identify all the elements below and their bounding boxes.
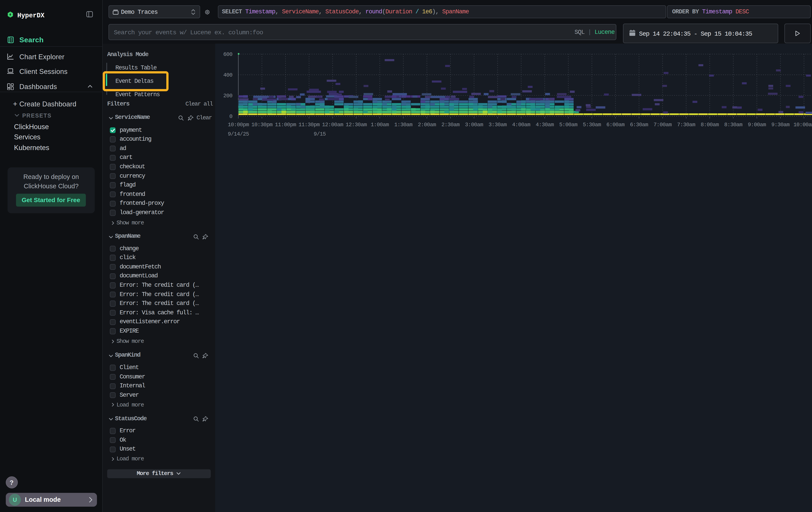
svg-text:12:00am: 12:00am [322, 122, 343, 128]
svg-text:5:30am: 5:30am [583, 122, 601, 128]
svg-text:9/15: 9/15 [314, 131, 326, 137]
svg-text:200: 200 [223, 93, 232, 99]
svg-text:9/14/25: 9/14/25 [228, 131, 249, 137]
svg-text:6:00am: 6:00am [606, 122, 625, 128]
svg-text:10:00am: 10:00am [793, 122, 812, 128]
svg-text:7:30am: 7:30am [677, 122, 695, 128]
svg-text:9:00am: 9:00am [748, 122, 766, 128]
svg-text:11:00pm: 11:00pm [275, 122, 296, 128]
svg-text:0: 0 [229, 113, 232, 119]
svg-text:1:00am: 1:00am [371, 122, 389, 128]
svg-text:10:00pm: 10:00pm [228, 122, 249, 128]
svg-text:7:00am: 7:00am [654, 122, 672, 128]
svg-text:1:30am: 1:30am [394, 122, 412, 128]
svg-text:4:30am: 4:30am [535, 122, 554, 128]
svg-text:400: 400 [223, 72, 232, 78]
svg-text:8:00am: 8:00am [701, 122, 719, 128]
svg-text:9:30am: 9:30am [771, 122, 789, 128]
svg-text:5:00am: 5:00am [559, 122, 577, 128]
svg-text:12:30am: 12:30am [346, 122, 367, 128]
svg-text:4:00am: 4:00am [512, 122, 530, 128]
svg-text:2:30am: 2:30am [441, 122, 460, 128]
svg-text:3:00am: 3:00am [465, 122, 483, 128]
svg-text:10:30pm: 10:30pm [251, 122, 272, 128]
svg-text:8:30am: 8:30am [724, 122, 743, 128]
svg-text:3:30am: 3:30am [489, 122, 507, 128]
svg-text:2:00am: 2:00am [418, 122, 436, 128]
svg-text:600: 600 [223, 51, 232, 57]
svg-text:11:30pm: 11:30pm [298, 122, 320, 128]
svg-text:6:30am: 6:30am [630, 122, 648, 128]
